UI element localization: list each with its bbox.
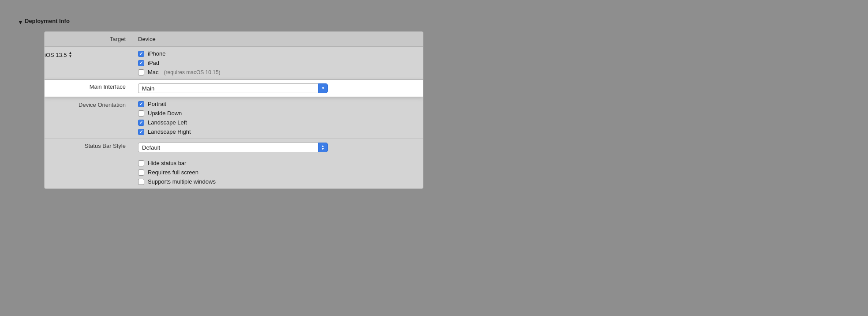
portrait-checkbox[interactable] bbox=[138, 101, 144, 107]
supports-multiple-windows-checkbox[interactable] bbox=[138, 179, 144, 185]
ipad-label: iPad bbox=[148, 60, 159, 66]
orientations-cell: Portrait Upside Down Landscape Left Land… bbox=[133, 97, 423, 139]
main-interface-label: Main Interface bbox=[45, 83, 133, 94]
status-bar-style-value-cell: ▲ ▼ bbox=[133, 139, 423, 156]
mac-note: (requires macOS 10.15) bbox=[164, 69, 221, 75]
requires-full-screen-label: Requires full screen bbox=[148, 169, 198, 176]
landscape-left-checkbox[interactable] bbox=[138, 120, 144, 126]
main-interface-select-container: ▾ bbox=[138, 83, 328, 93]
portrait-label: Portrait bbox=[148, 101, 166, 107]
mac-row: Mac (requires macOS 10.15) bbox=[138, 69, 418, 75]
iphone-row: iPhone bbox=[138, 50, 418, 57]
main-interface-dropdown-button[interactable]: ▾ bbox=[318, 83, 328, 93]
deployment-info-table: Target Device iOS 13.5 ▲ ▼ iPhone bbox=[44, 31, 423, 189]
upside-down-checkbox[interactable] bbox=[138, 110, 144, 117]
mac-checkbox[interactable] bbox=[138, 69, 144, 75]
supports-multiple-windows-row: Supports multiple windows bbox=[138, 178, 418, 185]
ipad-row: iPad bbox=[138, 60, 418, 66]
ios-version-stepper[interactable]: ▲ ▼ bbox=[69, 51, 72, 58]
status-bar-style-select-container: ▲ ▼ bbox=[138, 143, 328, 152]
main-container: ▼ Deployment Info Target Device iOS 13.5… bbox=[0, 9, 868, 198]
portrait-row: Portrait bbox=[138, 101, 418, 107]
status-bar-options-empty-label bbox=[45, 156, 133, 164]
section-title: Deployment Info bbox=[25, 18, 70, 24]
requires-full-screen-checkbox[interactable] bbox=[138, 169, 144, 176]
mac-label: Mac bbox=[148, 69, 159, 75]
device-orientation-row: Device Orientation Portrait Upside Down … bbox=[45, 97, 423, 139]
main-interface-input[interactable] bbox=[138, 83, 318, 93]
iphone-label: iPhone bbox=[148, 50, 165, 57]
main-interface-value-cell: ▾ bbox=[133, 80, 423, 97]
ipad-checkbox[interactable] bbox=[138, 60, 144, 66]
devices-cell: iPhone iPad Mac (requires macOS 10.15) bbox=[133, 47, 423, 79]
ios-stepper-down-icon: ▼ bbox=[69, 55, 72, 58]
hide-status-bar-row: Hide status bar bbox=[138, 160, 418, 166]
ios-devices-row: iOS 13.5 ▲ ▼ iPhone iPad bbox=[45, 47, 423, 79]
ios-version-label: iOS 13.5 bbox=[45, 52, 67, 58]
ios-version-cell: iOS 13.5 ▲ ▼ bbox=[45, 47, 133, 62]
collapse-triangle-icon[interactable]: ▼ bbox=[18, 19, 22, 23]
iphone-checkbox[interactable] bbox=[138, 51, 144, 57]
landscape-right-checkbox[interactable] bbox=[138, 129, 144, 135]
status-bar-style-stepper-button[interactable]: ▲ ▼ bbox=[318, 143, 328, 152]
stepper-down-icon: ▼ bbox=[322, 147, 325, 150]
hide-status-bar-checkbox[interactable] bbox=[138, 160, 144, 166]
status-bar-style-input[interactable] bbox=[138, 143, 318, 152]
stepper-up-icon: ▲ bbox=[322, 144, 325, 147]
status-bar-style-row: Status Bar Style ▲ ▼ bbox=[45, 139, 423, 156]
status-bar-options-row: Hide status bar Requires full screen Sup… bbox=[45, 156, 423, 188]
hide-status-bar-label: Hide status bar bbox=[148, 160, 186, 166]
requires-full-screen-row: Requires full screen bbox=[138, 169, 418, 176]
target-value: Device bbox=[133, 32, 423, 46]
main-interface-row: Main Interface ▾ bbox=[45, 79, 423, 97]
landscape-left-label: Landscape Left bbox=[148, 119, 187, 126]
upside-down-label: Upside Down bbox=[148, 110, 182, 117]
target-label: Target bbox=[45, 32, 133, 46]
landscape-right-row: Landscape Right bbox=[138, 128, 418, 135]
upside-down-row: Upside Down bbox=[138, 110, 418, 117]
landscape-right-label: Landscape Right bbox=[148, 128, 191, 135]
landscape-left-row: Landscape Left bbox=[138, 119, 418, 126]
status-bar-options-cell: Hide status bar Requires full screen Sup… bbox=[133, 156, 423, 188]
device-orientation-label: Device Orientation bbox=[45, 97, 133, 112]
section-header: ▼ Deployment Info bbox=[18, 18, 850, 24]
chevron-down-icon: ▾ bbox=[322, 86, 324, 90]
target-header-row: Target Device bbox=[45, 32, 423, 47]
status-bar-style-label: Status Bar Style bbox=[45, 143, 133, 153]
supports-multiple-windows-label: Supports multiple windows bbox=[148, 178, 216, 185]
